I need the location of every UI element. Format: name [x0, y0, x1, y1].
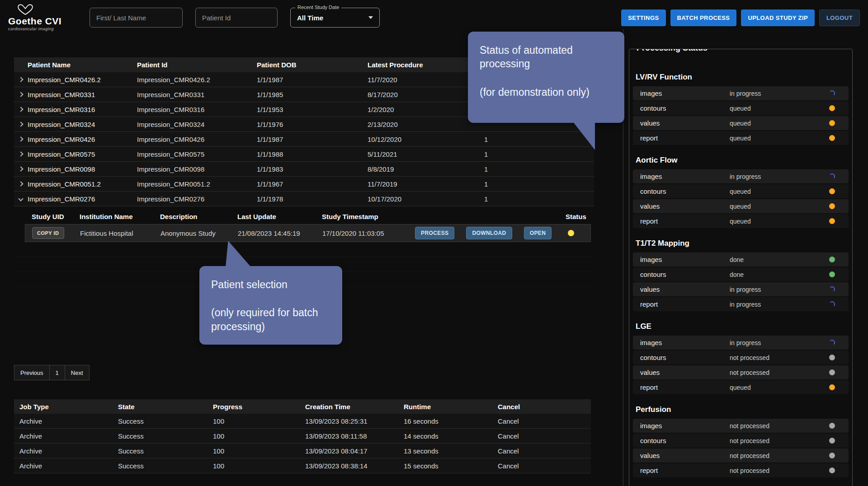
patient-dob-cell: 1/1/1987 [257, 76, 368, 84]
chevron-right-icon[interactable] [18, 151, 23, 156]
callout-text: Patient selection [211, 278, 330, 291]
status-row: contours queued [633, 101, 849, 115]
process-button[interactable]: PROCESS [415, 227, 454, 239]
job-created-cell: 13/09/2023 08:04:17 [305, 447, 404, 455]
job-row: Archive Success 100 13/09/2023 08:04:17 … [14, 444, 591, 458]
study-uid-cell: COPY ID [32, 227, 80, 239]
study-date-select-value: All Time [297, 14, 323, 22]
patient-id-cell: Impression_CMR0098 [137, 165, 257, 173]
patient-dob-cell: 1/1/1978 [257, 195, 368, 203]
patient-id-search-input[interactable] [195, 8, 278, 28]
col-last-update: Last Update [237, 213, 322, 220]
latest-procedure-cell: 10/12/2020 [368, 136, 484, 143]
status-text: queued [730, 384, 827, 391]
job-type-cell: Archive [19, 462, 118, 470]
group-title: Aortic Flow [636, 156, 846, 165]
status-icon [829, 173, 835, 179]
col-institution-name: Institution Name [80, 213, 160, 220]
status-icon [829, 135, 835, 141]
job-created-cell: 13/09/2023 08:25:31 [305, 417, 404, 425]
chevron-down-icon[interactable] [18, 196, 23, 201]
cancel-job-link[interactable]: Cancel [498, 447, 591, 455]
col-study-uid: Study UID [32, 213, 80, 220]
chevron-right-icon[interactable] [18, 77, 23, 82]
page-number-button[interactable]: 1 [49, 365, 65, 380]
job-type-cell: Archive [19, 417, 118, 425]
job-progress-cell: 100 [213, 447, 305, 455]
job-state-cell: Success [118, 462, 213, 470]
cancel-job-link[interactable]: Cancel [498, 432, 591, 440]
status-row: report queued [633, 131, 849, 145]
status-label: images [640, 422, 730, 430]
status-label: report [640, 467, 730, 474]
status-label: contours [640, 104, 730, 112]
latest-procedure-cell: 8/17/2020 [368, 91, 484, 98]
patient-id-cell: Impression_CMR0426 [137, 136, 257, 143]
table-row[interactable]: Impression_CMR0575 Impression_CMR0575 1/… [14, 147, 594, 162]
job-created-cell: 13/09/2023 08:38:14 [305, 462, 404, 470]
study-date-select[interactable]: Recent Study Date All Time [290, 8, 380, 28]
ghost-row [14, 242, 594, 257]
status-text: queued [730, 203, 827, 210]
latest-procedure-cell: 11/7/2019 [368, 180, 484, 188]
download-button[interactable]: DOWNLOAD [466, 227, 512, 239]
study-count-cell: 1 [484, 165, 594, 173]
status-row: contours not processed [633, 434, 849, 448]
patient-name-cell: Impression_CMR0575 [28, 150, 137, 158]
col-patient-name: Patient Name [28, 61, 137, 69]
chevron-right-icon[interactable] [18, 107, 23, 112]
study-count-cell: 1 [484, 180, 594, 188]
next-page-button[interactable]: Next [65, 365, 90, 380]
job-progress-cell: 100 [213, 432, 305, 440]
status-text: not processed [730, 467, 827, 474]
table-row[interactable]: Impression_CMR0098 Impression_CMR0098 1/… [14, 162, 594, 177]
job-type-cell: Archive [19, 432, 118, 440]
copy-id-button[interactable]: COPY ID [32, 227, 64, 239]
logout-button[interactable]: LOGOUT [819, 9, 860, 26]
status-text: in progress [730, 301, 827, 308]
chevron-right-icon[interactable] [18, 166, 23, 171]
cancel-job-link[interactable]: Cancel [498, 417, 591, 425]
job-progress-cell: 100 [213, 417, 305, 425]
study-date-select-label: Recent Study Date [295, 5, 341, 10]
open-button[interactable]: OPEN [524, 227, 552, 239]
status-row: images done [633, 252, 849, 266]
status-icon [829, 218, 835, 224]
jobs-table: Job Type State Progress Creation Time Ru… [14, 399, 591, 473]
name-search-input[interactable] [90, 8, 183, 28]
batch-process-button[interactable]: BATCH PROCESS [670, 9, 737, 26]
status-text: not processed [730, 422, 827, 430]
previous-page-button[interactable]: Previous [14, 365, 50, 380]
cancel-job-link[interactable]: Cancel [498, 462, 591, 470]
status-row: values not processed [633, 365, 849, 379]
study-count-cell: 1 [484, 150, 594, 158]
settings-button[interactable]: SETTINGS [621, 9, 665, 26]
table-row-expanded[interactable]: Impression_CMR0276 Impression_CMR0276 1/… [14, 192, 594, 206]
status-row: values not processed [633, 449, 849, 463]
chevron-right-icon[interactable] [18, 92, 23, 97]
status-group: Aortic Flow images in progress contours … [633, 156, 849, 228]
chevron-right-icon[interactable] [18, 181, 23, 186]
col-description: Description [160, 213, 237, 220]
status-row: images in progress [633, 169, 849, 183]
job-state-cell: Success [118, 417, 213, 425]
status-label: report [640, 134, 730, 142]
chevron-right-icon[interactable] [18, 136, 23, 141]
study-row[interactable]: COPY ID Fictitious Hospital Anonymous St… [25, 224, 591, 242]
chevron-right-icon[interactable] [18, 122, 23, 126]
status-text: not processed [730, 452, 827, 459]
status-icon [829, 257, 835, 262]
table-row[interactable]: Impression_CMR0426 Impression_CMR0426 1/… [14, 132, 594, 147]
status-text: done [730, 271, 827, 278]
status-label: images [640, 89, 730, 97]
status-text: done [730, 256, 827, 263]
status-row: contours done [633, 267, 849, 281]
status-group: T1/T2 Mapping images done contours done … [633, 239, 849, 311]
table-row[interactable]: Impression_CMR0051.2 Impression_CMR0051.… [14, 177, 594, 192]
patient-id-cell: Impression_CMR0276 [137, 195, 257, 203]
upload-study-zip-button[interactable]: UPLOAD STUDY ZIP [741, 9, 815, 26]
status-row: report in progress [633, 297, 849, 311]
study-status-dot [568, 230, 574, 236]
study-timestamp-cell: 17/10/2020 11:03:05 [322, 229, 409, 237]
callout-processing-status: Status of automated processing (for demo… [468, 32, 624, 123]
